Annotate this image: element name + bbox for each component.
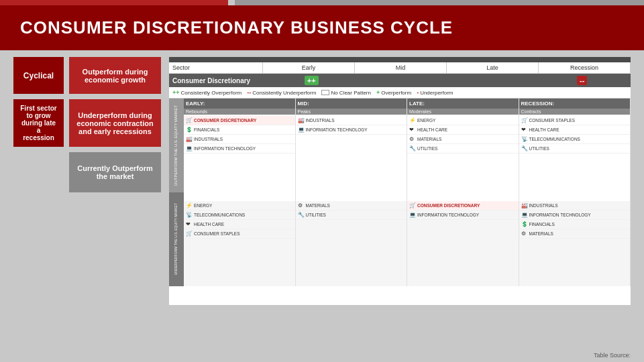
cyclical-row: Cyclical Outperform during economic grow…: [13, 57, 161, 94]
early-tel-name: TELECOMMUNICATIONS: [194, 213, 245, 217]
mid-col: MID: Peaks 🏭 INDUSTRIALS 💻 INFORMATION T…: [296, 99, 408, 286]
early-en-name: ENERGY: [194, 203, 212, 208]
late-mat-icon: ⚙: [409, 136, 416, 142]
phase-early: Early: [263, 62, 355, 73]
early-financials: 💲 FINANCIALS: [184, 125, 295, 135]
legend-no-clear-icon: [321, 90, 329, 95]
rec-mat-name: MATERIALS: [529, 231, 553, 236]
early-col-sub: Rebounds: [184, 109, 295, 115]
legend-over-label: Consistently Overperform: [181, 90, 242, 96]
top-bar-gray: [235, 0, 644, 5]
early-it-icon: 💻: [186, 145, 193, 152]
early-cd-name: CONSUMER DISCRETIONARY: [194, 118, 256, 123]
recession-col: RECESSION: Contracts 🛒 CONSUMER STAPLES …: [519, 99, 631, 286]
late-col-sub: Moderates: [407, 109, 519, 115]
left-axis: OUTPERFORM THE U.S. EQUITY MARKET UNDERP…: [169, 99, 184, 286]
cd-early-phase: ++: [266, 76, 357, 85]
early-industrials: 🏭 INDUSTRIALS: [184, 135, 295, 144]
axis-outperform-text: OUTPERFORM THE U.S. EQUITY MARKET: [174, 105, 178, 186]
early-col-header: EARLY:: [184, 99, 295, 109]
legend-no-clear: No Clear Pattern: [321, 90, 371, 96]
early-it-name: INFORMATION TECHNOLOGY: [194, 146, 256, 151]
recession-upper: 🛒 CONSUMER STAPLES ❤ HEALTH CARE 📡 TELEC…: [519, 116, 631, 201]
legend-consistently-over: ++ Consistently Overperform: [172, 89, 241, 96]
rec-utilities: 🔧 UTILITIES: [519, 144, 631, 154]
rec-hc-icon: ❤: [521, 127, 528, 133]
chart-subheader: Sector Early Mid Late Recession: [169, 62, 631, 74]
legend-plus-icon: +: [376, 89, 380, 96]
late-cd: 🛒 CONSUMER DISCRETIONARY: [407, 201, 519, 210]
mid-util-icon: 🔧: [298, 212, 305, 218]
early-ind-icon: 🏭: [186, 136, 193, 142]
rec-staples: 🛒 CONSUMER STAPLES: [519, 116, 631, 125]
table-body: EARLY: Rebounds 🛒 CONSUMER DISCRETIONARY…: [184, 99, 631, 286]
cd-late-phase: [447, 76, 537, 85]
first-sector-row: First sector to grow during late a reces…: [13, 99, 161, 147]
mid-it-icon: 💻: [298, 127, 305, 133]
early-cd-icon: 🛒: [186, 117, 193, 123]
early-health: ❤ HEALTH CARE: [184, 220, 295, 229]
underperform-desc: Underperform during economic contraction…: [69, 99, 161, 147]
top-bar-red: [0, 0, 228, 5]
early-hc-icon: ❤: [186, 221, 193, 227]
mid-ind-icon: 🏭: [298, 117, 305, 123]
axis-outperform: OUTPERFORM THE U.S. EQUITY MARKET: [169, 99, 184, 192]
rec-tel-name: TELECOMMUNICATIONS: [529, 137, 580, 141]
rec-it-name: INFORMATION TECHNOLOGY: [529, 213, 591, 217]
rec-ind-icon: 🏭: [521, 202, 528, 208]
mid-mat-icon: ⚙: [298, 202, 305, 208]
table-source: Table Source:: [594, 352, 631, 359]
legend-underperform-label: Underperform: [420, 90, 453, 96]
page-title: CONSUMER DISCRETIONARY BUSINESS CYCLE: [20, 17, 453, 38]
legend-no-clear-label: No Clear Pattern: [331, 90, 371, 96]
rec-ind-name: INDUSTRIALS: [529, 203, 558, 208]
cd-row: Consumer Discretionary ++ --: [169, 74, 631, 87]
legend-over: + Overperform: [376, 89, 411, 96]
late-materials: ⚙ MATERIALS: [407, 135, 519, 144]
early-tel-icon: 📡: [186, 212, 193, 218]
late-health: ❤ HEALTH CARE: [407, 125, 519, 135]
cd-mid-phase: [357, 76, 447, 85]
rec-it-icon: 💻: [521, 212, 528, 218]
late-utilities: 🔧 UTILITIES: [407, 144, 519, 154]
chart-header: [169, 57, 631, 62]
rec-telecom: 📡 TELECOMMUNICATIONS: [519, 135, 631, 144]
late-hc-icon: ❤: [409, 127, 416, 133]
legend-row: ++ Consistently Overperform -- Consisten…: [169, 87, 631, 99]
early-energy: ⚡ ENERGY: [184, 201, 295, 210]
phase-mid: Mid: [355, 62, 447, 73]
late-mat-name: MATERIALS: [417, 137, 441, 141]
left-column: Cyclical Outperform during economic grow…: [13, 57, 161, 305]
early-upper: 🛒 CONSUMER DISCRETIONARY 💲 FINANCIALS 🏭 …: [184, 116, 295, 201]
late-it: 💻 INFORMATION TECHNOLOGY: [407, 210, 519, 220]
mid-it: 💻 INFORMATION TECHNOLOGY: [296, 125, 407, 135]
late-lower: 🛒 CONSUMER DISCRETIONARY 💻 INFORMATION T…: [407, 201, 519, 286]
chart-body: OUTPERFORM THE U.S. EQUITY MARKET UNDERP…: [169, 99, 631, 286]
rec-util-name: UTILITIES: [529, 146, 549, 151]
legend-minus-icon: -: [417, 89, 419, 96]
early-hc-name: HEALTH CARE: [194, 222, 224, 227]
rec-cs-name: CONSUMER STAPLES: [529, 118, 576, 123]
early-fin-icon: 💲: [186, 127, 193, 133]
late-col-header: LATE:: [407, 99, 519, 109]
cd-minus-icon: --: [577, 76, 587, 85]
early-col: EARLY: Rebounds 🛒 CONSUMER DISCRETIONARY…: [184, 99, 296, 286]
late-util-name: UTILITIES: [417, 146, 437, 151]
legend-under-label: Consistently Underperform: [252, 90, 316, 96]
rec-fin-icon: 💲: [521, 221, 528, 227]
cd-label: Consumer Discretionary: [172, 77, 266, 84]
rec-hc-name: HEALTH CARE: [529, 127, 559, 132]
rec-util-icon: 🔧: [521, 145, 528, 152]
late-cd-icon: 🛒: [409, 202, 416, 208]
legend-overperform-label: Overperform: [381, 90, 411, 96]
chart-area: Sector Early Mid Late Recession Consumer…: [169, 57, 631, 305]
legend-consistently-under: -- Consistently Underperform: [247, 89, 316, 96]
table-source-label: Table Source:: [594, 352, 631, 359]
legend-minus-minus-icon: --: [247, 89, 251, 96]
early-cs-icon: 🛒: [186, 231, 193, 237]
mid-mat-name: MATERIALS: [306, 203, 330, 208]
rec-industrials: 🏭 INDUSTRIALS: [519, 201, 631, 210]
mid-util-name: UTILITIES: [306, 213, 326, 217]
mid-lower: ⚙ MATERIALS 🔧 UTILITIES: [296, 201, 407, 286]
rec-fin-name: FINANCIALS: [529, 222, 555, 227]
